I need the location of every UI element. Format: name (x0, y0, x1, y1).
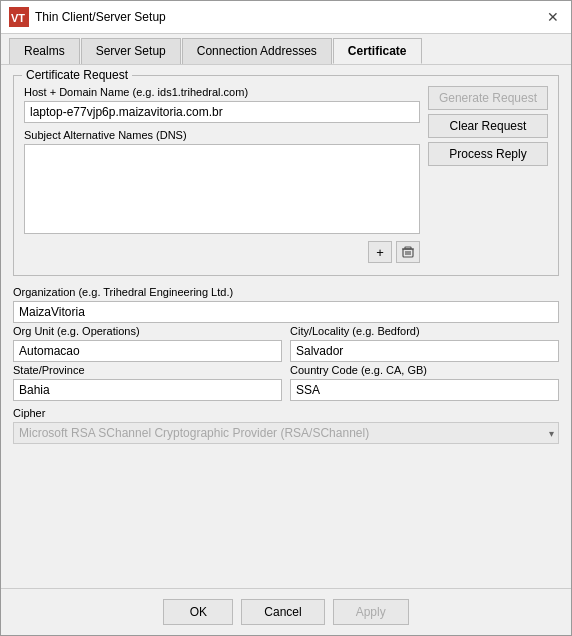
alt-names-textarea[interactable] (24, 144, 420, 234)
alt-names-label: Subject Alternative Names (DNS) (24, 129, 420, 141)
add-dns-button[interactable]: + (368, 241, 392, 263)
tab-server-setup[interactable]: Server Setup (81, 38, 181, 64)
country-col: Country Code (e.g. CA, GB) (290, 362, 559, 401)
cancel-button[interactable]: Cancel (241, 599, 324, 625)
ok-button[interactable]: OK (163, 599, 233, 625)
org-label: Organization (e.g. Trihedral Engineering… (13, 286, 559, 298)
tab-certificate[interactable]: Certificate (333, 38, 422, 64)
cipher-section: Cipher Microsoft RSA SChannel Cryptograp… (13, 407, 559, 444)
state-col: State/Province (13, 362, 282, 401)
org-input[interactable] (13, 301, 559, 323)
org-unit-label: Org Unit (e.g. Operations) (13, 325, 282, 337)
org-unit-input[interactable] (13, 340, 282, 362)
country-label: Country Code (e.g. CA, GB) (290, 364, 559, 376)
app-logo: VT (9, 7, 29, 27)
main-area: Host + Domain Name (e.g. ids1.trihedral.… (24, 84, 548, 263)
city-input[interactable] (290, 340, 559, 362)
country-input[interactable] (290, 379, 559, 401)
clear-request-button[interactable]: Clear Request (428, 114, 548, 138)
window-title: Thin Client/Server Setup (35, 10, 166, 24)
title-bar-left: VT Thin Client/Server Setup (9, 7, 166, 27)
main-right: Generate Request Clear Request Process R… (428, 84, 548, 263)
cipher-select-wrapper: Microsoft RSA SChannel Cryptographic Pro… (13, 422, 559, 444)
svg-rect-7 (405, 247, 411, 249)
city-label: City/Locality (e.g. Bedford) (290, 325, 559, 337)
close-button[interactable]: ✕ (543, 7, 563, 27)
title-bar: VT Thin Client/Server Setup ✕ (1, 1, 571, 34)
state-label: State/Province (13, 364, 282, 376)
state-country-row: State/Province Country Code (e.g. CA, GB… (13, 362, 559, 401)
org-unit-city-row: Org Unit (e.g. Operations) City/Locality… (13, 323, 559, 362)
cipher-select[interactable]: Microsoft RSA SChannel Cryptographic Pro… (13, 422, 559, 444)
host-domain-input[interactable] (24, 101, 420, 123)
dns-actions: + (24, 241, 420, 263)
tab-realms[interactable]: Realms (9, 38, 80, 64)
certificate-request-group: Certificate Request Host + Domain Name (… (13, 75, 559, 276)
main-left: Host + Domain Name (e.g. ids1.trihedral.… (24, 84, 420, 263)
org-section: Organization (e.g. Trihedral Engineering… (13, 286, 559, 323)
state-input[interactable] (13, 379, 282, 401)
cipher-label: Cipher (13, 407, 559, 419)
svg-text:VT: VT (11, 12, 25, 24)
host-domain-label: Host + Domain Name (e.g. ids1.trihedral.… (24, 86, 420, 98)
process-reply-button[interactable]: Process Reply (428, 142, 548, 166)
tab-bar: Realms Server Setup Connection Addresses… (1, 34, 571, 65)
delete-dns-button[interactable] (396, 241, 420, 263)
main-window: VT Thin Client/Server Setup ✕ Realms Ser… (0, 0, 572, 636)
org-unit-col: Org Unit (e.g. Operations) (13, 323, 282, 362)
tab-connection-addresses[interactable]: Connection Addresses (182, 38, 332, 64)
city-col: City/Locality (e.g. Bedford) (290, 323, 559, 362)
apply-button[interactable]: Apply (333, 599, 409, 625)
trash-icon (401, 245, 415, 259)
footer: OK Cancel Apply (1, 588, 571, 635)
tab-content: Certificate Request Host + Domain Name (… (1, 65, 571, 588)
group-label: Certificate Request (22, 68, 132, 82)
generate-request-button[interactable]: Generate Request (428, 86, 548, 110)
